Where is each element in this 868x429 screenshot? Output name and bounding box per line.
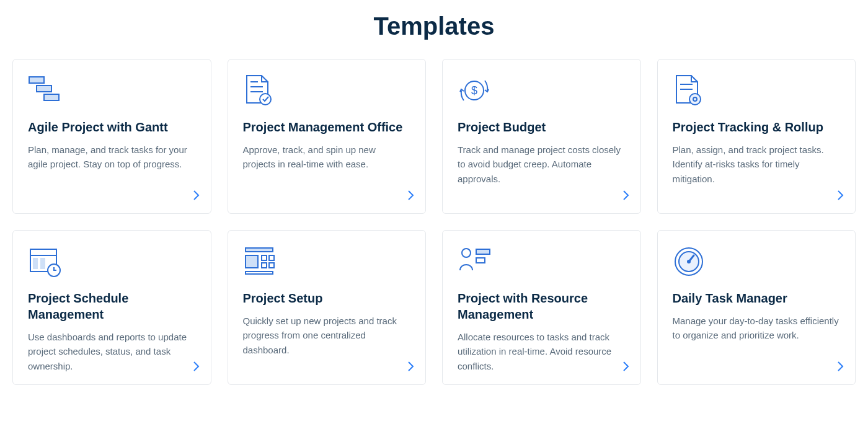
template-card-resource-management[interactable]: Project with Resource Management Allocat… [442,230,641,385]
card-description: Manage your day-to-day tasks efficiently… [673,314,841,373]
svg-point-11 [689,94,701,105]
card-description: Allocate resources to tasks and track ut… [458,330,626,373]
gauge-dial-icon [673,245,841,279]
document-check-icon [243,74,411,108]
calendar-clock-icon [28,245,196,279]
document-eye-icon [673,74,841,108]
template-card-agile-gantt[interactable]: Agile Project with Gantt Plan, manage, a… [12,59,211,214]
svg-rect-1 [37,86,51,92]
svg-rect-19 [246,255,258,268]
card-title: Project Management Office [243,119,411,135]
card-title: Project Budget [458,119,626,135]
chevron-right-icon[interactable] [838,190,844,202]
card-description: Plan, assign, and track project tasks. I… [673,143,841,202]
card-description: Plan, manage, and track tasks for your a… [28,143,196,202]
card-title: Project Tracking & Rollup [673,119,841,135]
gantt-bars-icon [28,74,196,108]
layout-grid-icon [243,245,411,279]
budget-dollar-icon: $ [458,74,626,108]
svg-rect-26 [476,249,490,254]
chevron-right-icon[interactable] [408,361,414,373]
template-card-pmo[interactable]: Project Management Office Approve, track… [228,59,427,214]
template-card-project-setup[interactable]: Project Setup Quickly set up new project… [228,230,427,385]
template-card-budget[interactable]: $ Project Budget Track and manage projec… [442,59,641,214]
svg-point-25 [462,249,471,257]
svg-rect-22 [262,263,267,268]
svg-rect-24 [246,272,273,274]
card-description: Approve, track, and spin up new projects… [243,143,411,202]
person-resource-icon [458,245,626,279]
svg-rect-21 [269,255,274,260]
chevron-right-icon[interactable] [408,190,414,202]
template-card-schedule-management[interactable]: Project Schedule Management Use dashboar… [12,230,211,385]
svg-rect-15 [33,258,38,269]
card-description: Use dashboards and reports to update pro… [28,330,196,373]
template-card-daily-task-manager[interactable]: Daily Task Manager Manage your day-to-da… [657,230,856,385]
card-title: Project with Resource Management [458,290,626,322]
chevron-right-icon[interactable] [623,361,629,373]
page-title: Templates [12,12,856,40]
svg-text:$: $ [471,84,477,97]
chevron-right-icon[interactable] [838,361,844,373]
chevron-right-icon[interactable] [623,190,629,202]
card-title: Agile Project with Gantt [28,119,196,135]
svg-rect-18 [246,248,273,252]
templates-grid: Agile Project with Gantt Plan, manage, a… [12,59,856,385]
card-title: Project Setup [243,290,411,306]
svg-point-6 [260,94,271,105]
svg-rect-2 [44,94,59,100]
svg-rect-23 [269,263,274,268]
svg-rect-16 [40,258,45,269]
card-title: Daily Task Manager [673,290,841,306]
svg-rect-20 [262,255,267,260]
template-card-tracking-rollup[interactable]: Project Tracking & Rollup Plan, assign, … [657,59,856,214]
card-description: Quickly set up new projects and track pr… [243,314,411,373]
chevron-right-icon[interactable] [193,361,200,373]
card-title: Project Schedule Management [28,290,196,322]
svg-rect-0 [29,77,44,83]
chevron-right-icon[interactable] [193,190,200,202]
card-description: Track and manage project costs closely t… [458,143,626,202]
svg-rect-27 [476,258,485,263]
